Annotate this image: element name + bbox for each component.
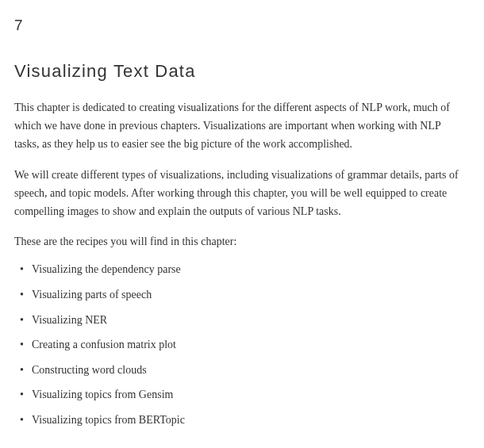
list-item: Constructing word clouds (32, 362, 467, 378)
list-item: Visualizing parts of speech (32, 287, 467, 303)
recipe-list: Visualizing the dependency parse Visuali… (14, 262, 467, 427)
chapter-number: 7 (14, 14, 467, 37)
list-item: Visualizing topics from BERTopic (32, 412, 467, 428)
list-item: Creating a confusion matrix plot (32, 337, 467, 353)
list-item: Visualizing NER (32, 312, 467, 328)
chapter-title: Visualizing Text Data (14, 58, 467, 84)
paragraph: This chapter is dedicated to creating vi… (14, 98, 467, 153)
paragraph: We will create different types of visual… (14, 166, 467, 220)
list-item: Visualizing the dependency parse (32, 262, 467, 278)
list-item: Visualizing topics from Gensim (32, 387, 467, 403)
list-intro: These are the recipes you will find in t… (14, 233, 467, 251)
